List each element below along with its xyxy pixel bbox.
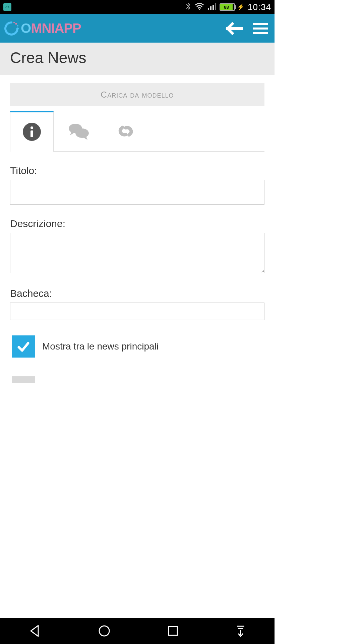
svg-rect-16	[31, 130, 33, 137]
show-main-row: Mostra tra le news principali	[10, 335, 264, 358]
svg-rect-4	[210, 6, 212, 10]
load-template-button[interactable]: Carica da modello	[10, 83, 264, 106]
menu-button[interactable]	[253, 23, 268, 34]
app-header: OMNIAPP	[0, 14, 275, 43]
title-label: Titolo:	[10, 165, 264, 176]
board-label: Bacheca:	[10, 288, 264, 299]
show-main-label: Mostra tra le news principali	[42, 341, 159, 352]
svg-point-2	[199, 9, 200, 10]
comments-icon	[68, 122, 89, 141]
title-group: Titolo:	[10, 165, 264, 205]
svg-point-0	[6, 7, 6, 8]
svg-rect-12	[253, 28, 268, 30]
description-label: Descrizione:	[10, 218, 264, 229]
svg-point-8	[17, 25, 18, 26]
svg-rect-6	[215, 3, 216, 10]
svg-rect-3	[208, 8, 209, 10]
charging-icon: ⚡	[237, 3, 244, 11]
signal-icon	[207, 3, 216, 11]
svg-point-9	[13, 22, 15, 23]
show-main-checkbox[interactable]	[12, 335, 35, 358]
svg-rect-13	[253, 32, 268, 34]
battery-percent: 88	[220, 4, 233, 10]
description-group: Descrizione:	[10, 218, 264, 274]
status-left	[3, 3, 11, 11]
svg-point-7	[15, 23, 17, 24]
svg-point-1	[8, 7, 9, 8]
svg-point-10	[17, 28, 19, 29]
board-select[interactable]	[10, 303, 264, 320]
check-icon	[17, 340, 30, 353]
board-group: Bacheca:	[10, 288, 264, 320]
battery-icon: 88 ⚡	[220, 3, 244, 11]
tab-info[interactable]	[10, 111, 54, 151]
page-title: Crea News	[10, 49, 264, 67]
tab-link[interactable]	[104, 111, 147, 151]
logo-bubble-icon	[2, 19, 21, 38]
svg-point-18	[75, 128, 89, 138]
android-status-bar: 88 ⚡ 10:34	[0, 0, 275, 14]
back-button[interactable]	[224, 22, 243, 35]
status-right: 88 ⚡ 10:34	[185, 2, 271, 12]
description-input[interactable]	[10, 233, 264, 273]
link-icon	[116, 121, 135, 141]
svg-rect-11	[253, 23, 268, 25]
title-input[interactable]	[10, 180, 264, 205]
next-checkbox-partial[interactable]	[12, 376, 35, 383]
info-icon	[23, 123, 41, 141]
main-content: Carica da modello Titolo: Descrizione: B…	[0, 75, 275, 383]
app-logo[interactable]: OMNIAPP	[2, 19, 81, 38]
bluetooth-icon	[185, 2, 191, 12]
svg-rect-5	[213, 5, 214, 10]
wifi-icon	[195, 3, 204, 11]
status-clock: 10:34	[248, 2, 271, 12]
recent-app-icon	[3, 3, 11, 11]
tabs	[10, 111, 264, 152]
logo-text: OMNIAPP	[21, 21, 81, 36]
page-title-bar: Crea News	[0, 43, 275, 75]
tab-comments[interactable]	[57, 111, 101, 151]
svg-point-15	[31, 126, 33, 129]
